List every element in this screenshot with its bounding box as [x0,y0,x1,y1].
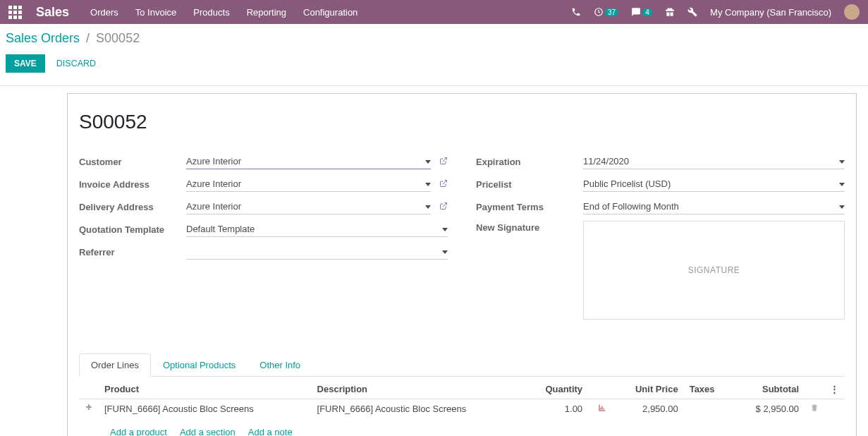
cell-quantity[interactable]: 1.00 [524,399,588,419]
form-sheet: S00052 Customer Invoice Address [67,93,857,436]
external-link-icon[interactable] [439,179,448,190]
th-subtotal[interactable]: Subtotal [732,380,805,399]
order-lines-table: Product Description Quantity Unit Price … [79,380,845,436]
app-brand[interactable]: Sales [36,5,69,20]
drag-handle-icon[interactable] [79,399,99,419]
apps-icon[interactable] [8,6,22,19]
fields-left-col: Customer Invoice Address [79,153,448,325]
record-title: S00052 [79,111,845,133]
save-button[interactable]: SAVE [6,54,45,73]
control-panel: Sales Orders / S00052 SAVE DISCARD [0,24,868,77]
delete-icon[interactable] [805,399,824,419]
breadcrumb-current: S00052 [96,31,140,45]
chevron-down-icon[interactable] [425,205,431,209]
cell-description[interactable]: [FURN_6666] Acoustic Bloc Screens [312,399,525,419]
th-quantity[interactable]: Quantity [524,380,588,399]
delivery-address-field[interactable] [186,199,431,214]
kebab-icon[interactable]: ⋮ [824,380,845,399]
messages-badge: 4 [642,8,652,16]
forecast-icon[interactable] [598,404,606,414]
chevron-down-icon[interactable] [425,160,431,164]
add-note-link[interactable]: Add a note [248,427,293,436]
chevron-down-icon[interactable] [839,160,845,164]
signature-pad[interactable]: SIGNATURE [583,221,845,320]
label-invoice-address: Invoice Address [79,179,186,190]
external-link-icon[interactable] [439,157,448,167]
nav-menu: Orders To Invoice Products Reporting Con… [90,7,571,18]
label-pricelist: Pricelist [476,179,583,190]
quotation-template-field[interactable] [186,222,448,237]
th-taxes[interactable]: Taxes [684,380,733,399]
customer-field[interactable] [186,154,431,169]
company-selector[interactable]: My Company (San Francisco) [710,7,831,18]
tools-icon[interactable] [687,7,697,17]
form-container: S00052 Customer Invoice Address [0,86,868,436]
nav-reporting[interactable]: Reporting [247,7,286,18]
label-signature: New Signature [476,221,583,233]
label-delivery-address: Delivery Address [79,202,186,212]
label-quotation-template: Quotation Template [79,224,186,235]
phone-icon[interactable] [571,7,581,17]
referrer-field[interactable] [186,244,448,260]
expiration-field[interactable] [583,154,845,169]
cell-taxes[interactable] [684,399,733,419]
add-product-link[interactable]: Add a product [110,427,167,436]
cell-unit-price[interactable]: 2,950.00 [612,399,684,419]
discard-button[interactable]: DISCARD [56,59,96,68]
breadcrumb-sep: / [86,31,90,45]
external-link-icon[interactable] [439,202,448,212]
activities-badge: 37 [605,8,618,16]
chevron-down-icon[interactable] [839,183,845,186]
nav-to-invoice[interactable]: To Invoice [135,7,177,18]
th-product[interactable]: Product [99,380,312,399]
label-payment-terms: Payment Terms [476,202,583,212]
label-customer: Customer [79,157,186,167]
chevron-down-icon[interactable] [442,228,448,231]
chevron-down-icon[interactable] [839,205,845,209]
tab-order-lines[interactable]: Order Lines [79,353,151,377]
tab-optional-products[interactable]: Optional Products [151,353,247,377]
label-expiration: Expiration [476,157,583,167]
table-row[interactable]: [FURN_6666] Acoustic Bloc Screens [FURN_… [79,399,845,419]
th-unit-price[interactable]: Unit Price [612,380,684,399]
signature-placeholder: SIGNATURE [688,265,740,275]
chevron-down-icon[interactable] [425,183,431,186]
nav-right: 37 4 My Company (San Francisco) [571,4,860,20]
chevron-down-icon[interactable] [442,250,448,254]
avatar[interactable] [844,4,860,20]
invoice-address-field[interactable] [186,176,431,192]
label-referrer: Referrer [79,247,186,258]
messages-icon[interactable]: 4 [631,7,652,17]
th-description[interactable]: Description [312,380,525,399]
payment-terms-field[interactable] [583,199,845,214]
gift-icon[interactable] [665,7,675,17]
cell-product[interactable]: [FURN_6666] Acoustic Bloc Screens [99,399,312,419]
add-section-link[interactable]: Add a section [180,427,236,436]
nav-products[interactable]: Products [193,7,229,18]
breadcrumb: Sales Orders / S00052 [6,31,862,46]
nav-configuration[interactable]: Configuration [303,7,357,18]
tab-other-info[interactable]: Other Info [247,353,312,377]
nav-orders[interactable]: Orders [90,7,118,18]
breadcrumb-root[interactable]: Sales Orders [6,31,80,45]
cell-subtotal: $ 2,950.00 [732,399,805,419]
pricelist-field[interactable] [583,176,845,192]
fields-right-col: Expiration Pricelist Payment Terms [476,153,845,325]
activities-icon[interactable]: 37 [594,7,618,17]
top-navbar: Sales Orders To Invoice Products Reporti… [0,0,868,24]
tabs: Order Lines Optional Products Other Info [79,353,845,377]
